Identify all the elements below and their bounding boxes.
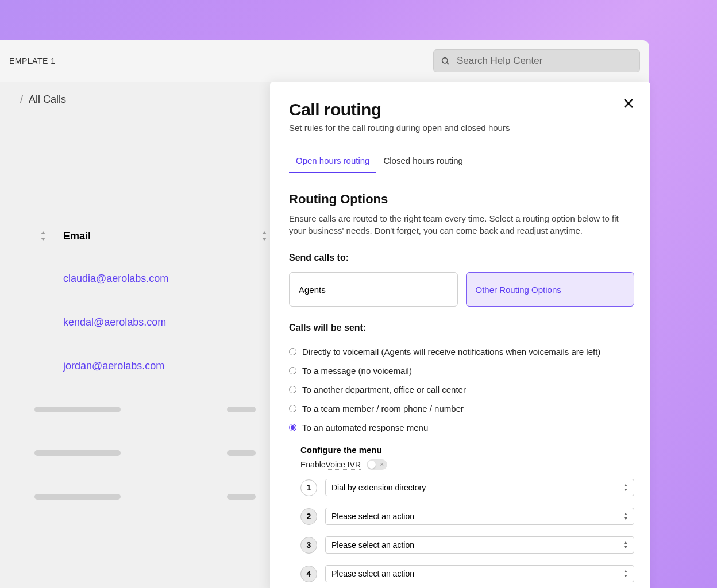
search-icon	[441, 56, 450, 65]
radio-label: To a message (no voicemail)	[302, 366, 412, 376]
radio-label: To an automated response menu	[302, 423, 428, 432]
radio-option[interactable]: To a team member / room phone / number	[289, 399, 634, 418]
radio-option[interactable]: To another department, office or call ce…	[289, 380, 634, 399]
section-heading: Routing Options	[289, 192, 634, 207]
menu-number-badge: 1	[300, 479, 317, 496]
svg-line-1	[447, 63, 449, 64]
ivr-label: Voice IVR	[326, 460, 361, 470]
caret-updown-icon	[623, 484, 628, 491]
menu-action-select[interactable]: Dial by extension directory	[325, 479, 634, 496]
radio-icon	[289, 348, 296, 355]
radio-label: To a team member / room phone / number	[302, 404, 464, 413]
routing-radio-group: Directly to voicemail (Agents will recei…	[289, 342, 634, 437]
menu-action-row: 3Please select an action	[300, 536, 634, 554]
search-input[interactable]	[433, 49, 640, 72]
ivr-toggle[interactable]: ✕	[367, 459, 387, 470]
send-calls-label: Send calls to:	[289, 253, 634, 263]
send-calls-options: Agents Other Routing Options	[289, 272, 634, 307]
radio-option[interactable]: Directly to voicemail (Agents will recei…	[289, 342, 634, 361]
configure-menu: Configure the menu Enable Voice IVR ✕ 1D…	[300, 445, 634, 582]
modal-title: Call routing	[289, 100, 634, 119]
modal-subtitle: Set rules for the call routing during op…	[289, 123, 634, 133]
select-value: Please select an action	[331, 540, 414, 550]
menu-number-badge: 4	[300, 566, 317, 582]
radio-icon	[289, 386, 296, 393]
select-value: Dial by extension directory	[331, 483, 426, 492]
window-header: EMPLATE 1	[0, 40, 649, 82]
ivr-toggle-row: Enable Voice IVR ✕	[300, 459, 634, 470]
radio-icon	[289, 405, 296, 412]
configure-menu-title: Configure the menu	[300, 445, 634, 455]
menu-number-badge: 2	[300, 508, 317, 525]
menu-action-select[interactable]: Please select an action	[325, 508, 634, 525]
menu-action-row: 1Dial by extension directory	[300, 479, 634, 496]
radio-icon	[289, 424, 296, 431]
email-link[interactable]: kendal@aerolabs.com	[63, 316, 166, 328]
sort-icon[interactable]	[261, 231, 267, 241]
radio-icon	[289, 367, 296, 374]
menu-number-badge: 3	[300, 537, 317, 554]
radio-label: To another department, office or call ce…	[302, 385, 466, 394]
browser-tab-label: EMPLATE 1	[9, 56, 56, 65]
call-routing-modal: Call routing Set rules for the call rout…	[270, 82, 650, 588]
menu-action-select[interactable]: Please select an action	[325, 565, 634, 582]
tab-closed-hours[interactable]: Closed hours routing	[376, 150, 469, 173]
select-value: Please select an action	[331, 569, 414, 578]
menu-action-select[interactable]: Please select an action	[325, 536, 634, 554]
email-link[interactable]: claudia@aerolabs.com	[63, 273, 168, 284]
card-other-routing[interactable]: Other Routing Options	[466, 272, 635, 307]
section-description: Ensure calls are routed to the right tea…	[289, 212, 634, 237]
modal-tabs: Open hours routing Closed hours routing	[289, 150, 634, 173]
caret-updown-icon	[623, 541, 628, 548]
search-wrap	[433, 49, 640, 72]
svg-point-0	[442, 58, 448, 63]
breadcrumb-separator: /	[20, 94, 23, 106]
column-email: Email	[63, 230, 256, 242]
email-link[interactable]: jordan@aerolabs.com	[63, 360, 164, 372]
caret-updown-icon	[623, 570, 628, 577]
select-value: Please select an action	[331, 512, 414, 521]
radio-option[interactable]: To an automated response menu	[289, 418, 634, 437]
calls-sent-label: Calls will be sent:	[289, 323, 634, 333]
sort-icon[interactable]	[40, 231, 46, 241]
routing-options-section: Routing Options Ensure calls are routed …	[289, 192, 634, 582]
menu-action-row: 2Please select an action	[300, 508, 634, 525]
radio-option[interactable]: To a message (no voicemail)	[289, 361, 634, 380]
toggle-off-icon: ✕	[380, 462, 384, 467]
tab-open-hours[interactable]: Open hours routing	[289, 150, 376, 173]
card-agents[interactable]: Agents	[289, 272, 458, 307]
menu-action-row: 4Please select an action	[300, 565, 634, 582]
radio-label: Directly to voicemail (Agents will recei…	[302, 347, 600, 357]
ivr-prefix: Enable	[300, 460, 326, 469]
close-icon[interactable]	[622, 96, 635, 110]
caret-updown-icon	[623, 513, 628, 520]
breadcrumb-current: All Calls	[29, 94, 66, 106]
